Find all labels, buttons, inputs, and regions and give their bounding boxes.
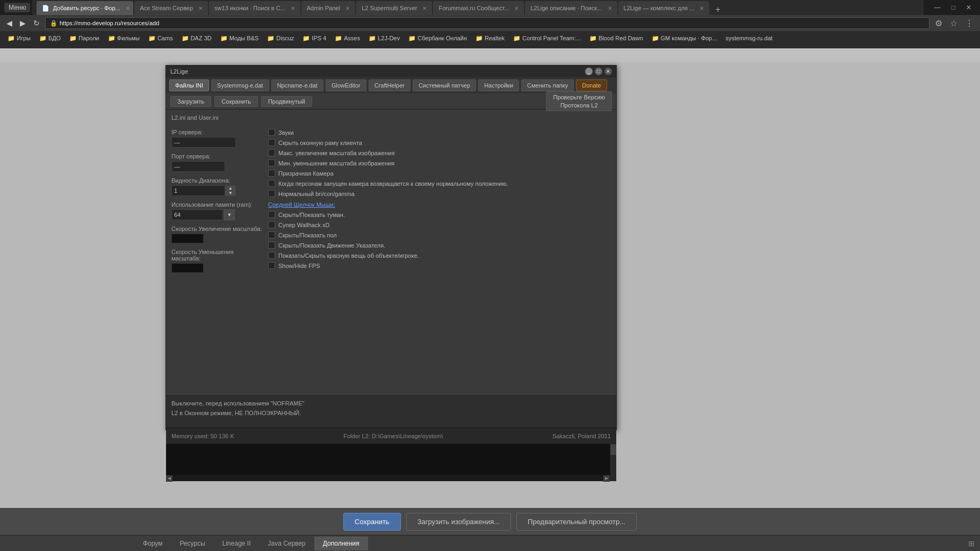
site-tab-resources[interactable]: Ресурсы: [171, 536, 213, 550]
tab-close-1[interactable]: ✕: [126, 5, 130, 11]
checkbox-sounds-input[interactable]: [268, 129, 275, 136]
checkbox-floor-input[interactable]: [268, 231, 275, 238]
log-scroll-thumb[interactable]: [610, 444, 616, 455]
middle-click-header[interactable]: Средней Щелчок Мыши:: [268, 201, 611, 208]
bookmark-cams[interactable]: 📁 Cams: [145, 34, 176, 43]
forward-btn[interactable]: ▶: [18, 18, 28, 28]
log-scrollbar[interactable]: [610, 444, 616, 481]
save-btn[interactable]: Сохранить: [343, 513, 401, 531]
menu-patcher[interactable]: Системный патчер: [413, 79, 476, 91]
checkbox-fog-input[interactable]: [268, 211, 275, 218]
refresh-btn[interactable]: ↻: [31, 18, 42, 28]
zoom-in-input[interactable]: [171, 234, 204, 243]
bookmark-ips4[interactable]: 📁 IPS 4: [299, 34, 329, 43]
tab-close-5[interactable]: ✕: [422, 5, 427, 11]
checkbox-fps-input[interactable]: [268, 262, 275, 269]
site-tab-addons[interactable]: Дополнения: [314, 536, 368, 550]
bookmark-icon[interactable]: ☆: [948, 18, 960, 28]
bookmark-daz[interactable]: 📁 DAZ 3D: [178, 34, 215, 43]
menu-glow[interactable]: GlowEditor: [326, 79, 366, 91]
memory-dropdown-btn[interactable]: ▼: [224, 209, 235, 220]
app-maximize-btn[interactable]: □: [595, 68, 602, 75]
app-close-btn[interactable]: ✕: [604, 68, 612, 75]
bookmark-discuz[interactable]: 📁 Discuz: [264, 34, 297, 43]
log-hscroll-left[interactable]: ◀: [166, 475, 172, 482]
browser-tab-6[interactable]: Forummaxi.ru Сообщест... ✕: [433, 1, 524, 15]
browser-menu-btn[interactable]: Меню: [4, 3, 30, 12]
tab-close-4[interactable]: ✕: [345, 5, 350, 11]
bookmark-l2j[interactable]: 📁 L2J-Dev: [365, 34, 403, 43]
advanced-btn[interactable]: Продвинутый: [261, 96, 312, 107]
check-version-btn[interactable]: Проверьте Версию Протокола L2: [546, 91, 612, 111]
url-bar[interactable]: 🔒 https://mmo-develop.ru/resources/add: [45, 17, 929, 29]
port-input[interactable]: [171, 161, 225, 172]
checkbox-red-item-input[interactable]: [268, 252, 275, 259]
browser-tab-5[interactable]: L2 Supermulti Server ✕: [356, 1, 432, 15]
checkbox-zoom-max-input[interactable]: [268, 149, 275, 156]
browser-tab-4[interactable]: Admin Panel ✕: [301, 1, 355, 15]
bookmark-filmy[interactable]: 📁 Фильмы: [105, 34, 143, 43]
site-tab-forum[interactable]: Форум: [134, 536, 171, 550]
zoom-out-input[interactable]: [171, 263, 204, 273]
log-hscroll-track[interactable]: [172, 475, 603, 481]
menu-craft[interactable]: CraftHelper: [369, 79, 410, 91]
bookmark-asses[interactable]: 📁 Asses: [332, 34, 363, 43]
checkbox-zoom-min-input[interactable]: [268, 160, 275, 166]
menu-donate[interactable]: Donate: [576, 79, 607, 91]
checkbox-cursor-input[interactable]: [268, 242, 275, 249]
checkbox-cam-return-input[interactable]: [268, 180, 275, 187]
tab-close-2[interactable]: ✕: [198, 5, 203, 11]
bookmark-sber[interactable]: 📁 Сбербанк Онлайн: [405, 34, 470, 43]
checkbox-hide-frame-input[interactable]: [268, 139, 275, 146]
bookmark-gm[interactable]: 📁 GM команды · Фор...: [648, 34, 720, 43]
bookmark-bdo[interactable]: 📁 БДО: [36, 34, 64, 43]
tab-close-8[interactable]: ✕: [700, 5, 704, 11]
app-minimize-btn[interactable]: _: [585, 68, 593, 75]
back-btn[interactable]: ◀: [4, 18, 15, 28]
preview-btn[interactable]: Предварительный просмотр...: [516, 513, 637, 531]
ip-input[interactable]: [171, 137, 236, 148]
log-hscroll-right[interactable]: ▶: [603, 475, 610, 482]
save-toolbar-btn[interactable]: Сохранить: [214, 96, 258, 107]
view-spin-btn[interactable]: ▲ ▼: [225, 185, 236, 196]
bookmark-cp[interactable]: 📁 Control Panel Team:...: [510, 34, 584, 43]
bookmark-realtek[interactable]: 📁 Realtek: [472, 34, 508, 43]
spin-up[interactable]: ▲: [226, 186, 235, 191]
menu-files-ini[interactable]: Файлы INI: [169, 79, 209, 91]
extensions-icon[interactable]: ⚙: [933, 18, 945, 28]
menu-systemmsg[interactable]: Systemmsg-e.dat: [211, 79, 269, 91]
site-tab-java[interactable]: Java Сервер: [260, 536, 314, 550]
view-input[interactable]: [171, 185, 225, 196]
memory-input[interactable]: [171, 209, 223, 220]
bookmark-brd[interactable]: 📁 Blood Red Dawn: [586, 34, 646, 43]
bookmark-igry[interactable]: 📁 Игры: [4, 34, 34, 43]
bookmark-sys[interactable]: systemmsg-ru.dat: [722, 34, 775, 42]
load-btn[interactable]: Загрузить: [170, 96, 211, 107]
checkbox-brightness-input[interactable]: [268, 190, 275, 197]
browser-tab-3[interactable]: sw13 иконки · Поиск в С... ✕: [209, 1, 300, 15]
browser-tab-8[interactable]: L2Lige — комплекс для ... ✕: [618, 1, 710, 15]
win-minimize[interactable]: —: [930, 3, 945, 12]
tab-close-6[interactable]: ✕: [514, 5, 518, 11]
checkbox-ghost-cam-input[interactable]: [268, 170, 275, 177]
ip-label: IP сервера:: [171, 129, 263, 135]
menu-change-folder[interactable]: Сменить папку: [521, 79, 574, 91]
load-images-btn[interactable]: Загрузить изображения...: [406, 513, 511, 531]
win-close[interactable]: ✕: [962, 3, 976, 12]
bookmark-mody[interactable]: 📁 Моды B&S: [217, 34, 262, 43]
checkbox-wallhack-input[interactable]: [268, 221, 275, 228]
site-tab-lineage[interactable]: Lineage II: [214, 536, 260, 550]
more-icon[interactable]: ⋮: [963, 18, 976, 28]
spin-down[interactable]: ▼: [226, 191, 235, 195]
menu-settings[interactable]: Настройки: [478, 79, 519, 91]
new-tab-btn[interactable]: +: [712, 4, 723, 15]
browser-tab-2[interactable]: Ace Stream Сервер ✕: [134, 1, 208, 15]
log-hscrollbar[interactable]: ◀ ▶: [166, 475, 610, 481]
browser-tab-1[interactable]: 📄 Добавить ресурс · Фор... ✕: [37, 1, 133, 15]
tab-close-3[interactable]: ✕: [291, 5, 295, 11]
tab-close-7[interactable]: ✕: [608, 5, 612, 11]
browser-tab-7[interactable]: L2Lige описание · Поиск... ✕: [525, 1, 617, 15]
bookmark-paroli[interactable]: 📁 Пароли: [66, 34, 103, 43]
menu-npcname[interactable]: Npcname-e.dat: [271, 79, 323, 91]
win-maximize[interactable]: □: [947, 3, 960, 12]
